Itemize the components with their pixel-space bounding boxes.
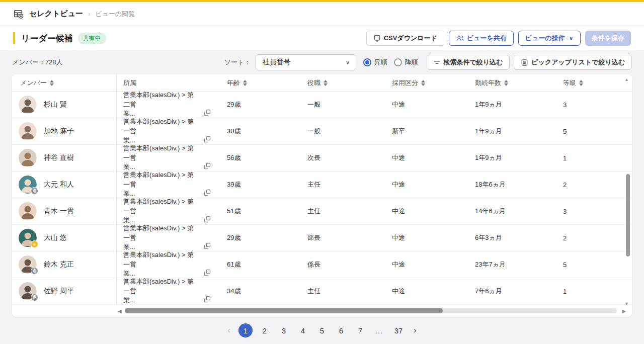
table-row[interactable]: 加地 麻子 営業本部(salesDiv.) > 第一営業... 30歳 一般 新…: [12, 118, 632, 145]
org-link-icon[interactable]: [204, 269, 211, 278]
grade-cell: 3: [556, 101, 632, 109]
recruit-type-cell: 中途: [385, 153, 468, 162]
table-row[interactable]: 神谷 直樹 営業本部(salesDiv.) > 第一営業... 56歳 次長 中…: [12, 145, 632, 171]
page-button[interactable]: 4: [296, 323, 310, 337]
breadcrumb-separator-icon: ›: [88, 10, 90, 18]
position-cell: 次長: [301, 153, 385, 162]
filter-by-pickup-list-label: ピックアップリストで絞り込む: [531, 58, 625, 67]
csv-download-button[interactable]: CSVダウンロード: [366, 31, 444, 46]
page-button[interactable]: 7: [353, 323, 367, 337]
table-row[interactable]: 青木 一貴 営業本部(salesDiv.) > 第一営業... 51歳 主任 中…: [12, 198, 632, 225]
table-row[interactable]: 退 大元 和人 営業本部(salesDiv.) > 第一営業... 39歳 主任…: [12, 171, 632, 198]
member-table-card: メンバー 所属 年齢 役職 採用区分 勤続年数 等級 杉山: [12, 74, 632, 317]
recruit-type-cell: 中途: [385, 100, 468, 109]
page-button[interactable]: 2: [258, 323, 272, 337]
pagination-pages: 1234567…37: [238, 323, 406, 337]
grade-cell: 5: [556, 261, 632, 269]
table-row[interactable]: 退 鈴木 克正 営業本部(salesDiv.) > 第一営業... 61歳 係長…: [12, 251, 632, 278]
position-cell: 部長: [301, 233, 385, 242]
sort-arrows-icon: [50, 80, 54, 86]
department-text: 営業本部(salesDiv.) > 第一営業...: [123, 277, 200, 306]
tenure-cell: 14年6ヵ月: [468, 207, 556, 216]
org-link-icon[interactable]: [204, 189, 211, 198]
horizontal-scrollbar-track[interactable]: [125, 308, 617, 313]
age-cell: 29歳: [220, 233, 301, 242]
sort-arrows-icon: [243, 80, 247, 86]
org-link-icon[interactable]: [204, 136, 211, 144]
table-body: 杉山 賢 営業本部(salesDiv.) > 第二営業... 29歳 一般 中途…: [12, 92, 632, 305]
member-avatar: [19, 96, 37, 114]
department-text: 営業本部(salesDiv.) > 第一営業...: [123, 250, 200, 279]
breadcrumb: セレクトビュー › ビューの閲覧: [0, 2, 644, 26]
position-cell: 係長: [301, 260, 385, 269]
radio-selected-icon: [363, 58, 371, 66]
age-cell: 39歳: [220, 180, 301, 189]
filter-by-pickup-list-button[interactable]: ピックアップリストで絞り込む: [514, 55, 632, 70]
position-cell: 主任: [301, 287, 385, 296]
page-button[interactable]: 6: [334, 323, 348, 337]
member-count: メンバー：728人: [12, 58, 63, 67]
view-operations-button[interactable]: ビューの操作 ∨: [518, 31, 581, 46]
filter-icon: [434, 60, 440, 65]
sort-field-select[interactable]: 社員番号 ∨: [256, 54, 356, 70]
select-chevron-icon: ∨: [346, 59, 350, 66]
member-name: 佐野 周平: [44, 287, 74, 296]
recruit-type-cell: 新卒: [385, 127, 468, 136]
table-row[interactable]: 杉山 賢 営業本部(salesDiv.) > 第二営業... 29歳 一般 中途…: [12, 92, 632, 118]
member-avatar: [19, 149, 37, 167]
org-link-icon[interactable]: [204, 296, 211, 304]
ascending-radio[interactable]: 昇順: [363, 58, 387, 67]
descending-radio[interactable]: 降順: [394, 58, 418, 67]
share-view-label: ビューを共有: [467, 34, 507, 43]
save-conditions-button[interactable]: 条件を保存: [585, 31, 631, 46]
recruit-type-cell: 中途: [385, 260, 468, 269]
page-header: リーダー候補 共有中 CSVダウンロード: [0, 26, 644, 50]
chevron-down-icon: ∨: [569, 35, 574, 42]
horizontal-scrollbar: ◀ ▶: [12, 305, 632, 317]
org-link-icon[interactable]: [204, 242, 211, 251]
horizontal-scrollbar-thumb[interactable]: [125, 308, 443, 313]
position-cell: 主任: [301, 180, 385, 189]
avatar-status-badge: 退: [31, 267, 38, 275]
org-link-icon[interactable]: [204, 109, 211, 118]
org-link-icon[interactable]: [204, 216, 211, 224]
column-label: 勤続年数: [475, 78, 501, 88]
department-text: 営業本部(salesDiv.) > 第一営業...: [123, 117, 200, 146]
previous-page-button[interactable]: ‹: [224, 325, 233, 335]
page-button[interactable]: 5: [315, 323, 329, 337]
pagination-ellipsis: …: [372, 323, 386, 337]
grade-cell: 2: [556, 181, 632, 189]
page-button[interactable]: 3: [277, 323, 291, 337]
sort-arrows-icon: [421, 80, 425, 86]
table-row[interactable]: 退 佐野 周平 営業本部(salesDiv.) > 第一営業... 34歳 主任…: [12, 278, 632, 305]
next-page-button[interactable]: ›: [411, 325, 420, 335]
pickup-list-icon: [521, 59, 528, 66]
recruit-type-cell: 中途: [385, 207, 468, 216]
scroll-left-icon[interactable]: ◀: [118, 308, 122, 314]
share-view-button[interactable]: ビューを共有: [449, 31, 514, 46]
column-label: 採用区分: [392, 78, 418, 88]
department-text: 営業本部(salesDiv.) > 第一営業...: [123, 197, 200, 226]
member-name: 加地 麻子: [44, 127, 74, 136]
scroll-up-icon[interactable]: ▲: [624, 77, 629, 82]
vertical-scrollbar-thumb[interactable]: [626, 174, 630, 256]
age-cell: 61歳: [220, 260, 301, 269]
org-link-icon[interactable]: [204, 162, 211, 171]
scroll-right-icon[interactable]: ▶: [622, 308, 626, 314]
recruit-type-cell: 中途: [385, 180, 468, 189]
grade-cell: 3: [556, 208, 632, 215]
age-cell: 29歳: [220, 100, 301, 109]
page-button[interactable]: 37: [391, 323, 406, 337]
position-cell: 一般: [301, 100, 385, 109]
save-conditions-label: 条件を保存: [592, 34, 624, 43]
avatar-status-badge: 退: [31, 187, 38, 195]
page-button[interactable]: 1: [238, 323, 253, 337]
filter-by-conditions-button[interactable]: 検索条件で絞り込む: [427, 55, 510, 70]
grade-cell: 1: [556, 154, 632, 162]
table-row[interactable]: ★ 大山 悠 営業本部(salesDiv.) > 第一営業... 29歳 部長 …: [12, 225, 632, 251]
select-view-app-icon: [13, 9, 24, 20]
descending-label: 降順: [405, 58, 418, 67]
sharing-status-badge: 共有中: [78, 33, 106, 44]
avatar-status-badge: ★: [31, 240, 38, 248]
breadcrumb-app-title[interactable]: セレクトビュー: [29, 9, 83, 19]
